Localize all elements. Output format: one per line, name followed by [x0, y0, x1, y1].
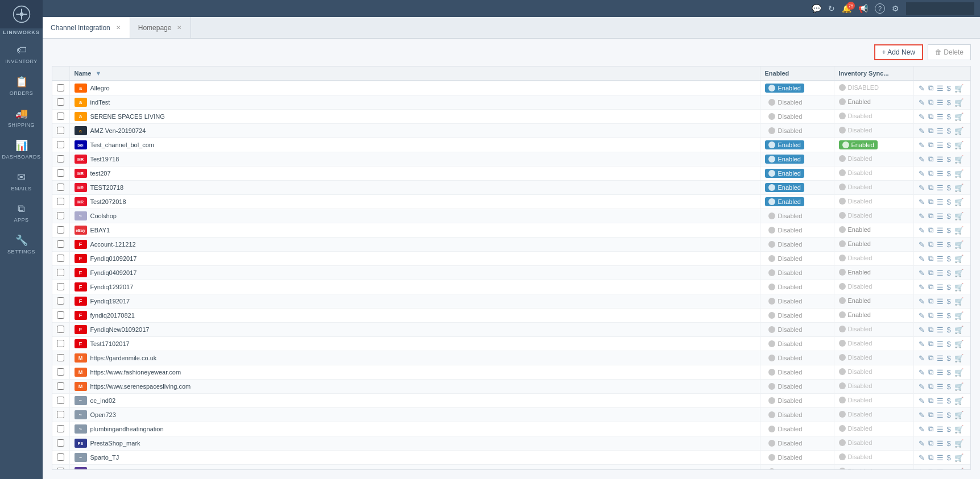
edit-icon[interactable]: ✎	[919, 382, 925, 391]
row-checkbox[interactable]	[57, 113, 64, 120]
status-badge[interactable]: Disabled	[765, 226, 806, 235]
status-badge[interactable]: Disabled	[765, 112, 806, 121]
pricing-icon[interactable]: $	[947, 240, 951, 249]
orders-icon[interactable]: 🛒	[954, 425, 964, 434]
pricing-icon[interactable]: $	[947, 453, 951, 462]
orders-icon[interactable]: 🛒	[954, 368, 964, 377]
inv-sync-badge[interactable]: Disabled	[839, 113, 873, 119]
sidebar-item-inventory[interactable]: 🏷 INVENTORY	[0, 39, 43, 70]
status-badge[interactable]: Disabled	[765, 311, 806, 320]
list-icon[interactable]: ☰	[937, 155, 944, 164]
pricing-icon[interactable]: $	[947, 340, 951, 348]
orders-icon[interactable]: 🛒	[954, 453, 964, 462]
row-checkbox[interactable]	[57, 311, 64, 319]
notification-icon[interactable]: 🔔 75	[842, 4, 851, 13]
copy-icon[interactable]: ⧉	[928, 282, 933, 291]
orders-icon[interactable]: 🛒	[954, 326, 964, 334]
orders-icon[interactable]: 🛒	[954, 212, 964, 220]
pricing-icon[interactable]: $	[947, 226, 951, 235]
list-icon[interactable]: ☰	[937, 297, 944, 306]
status-badge[interactable]: Disabled	[765, 282, 806, 291]
inv-sync-badge[interactable]: Enabled	[839, 297, 871, 304]
status-badge[interactable]: Disabled	[765, 353, 806, 363]
list-icon[interactable]: ☰	[937, 212, 944, 220]
pricing-icon[interactable]: $	[947, 326, 951, 334]
orders-icon[interactable]: 🛒	[954, 169, 964, 178]
inv-sync-badge[interactable]: Enabled	[839, 269, 871, 276]
status-badge[interactable]: Disabled	[765, 126, 806, 135]
status-badge[interactable]: Disabled	[765, 268, 806, 277]
copy-icon[interactable]: ⧉	[928, 268, 933, 277]
sidebar-item-orders[interactable]: 📋 ORDERS	[0, 70, 43, 102]
edit-icon[interactable]: ✎	[919, 354, 925, 363]
copy-icon[interactable]: ⧉	[928, 382, 933, 391]
row-checkbox[interactable]	[57, 297, 64, 305]
row-checkbox[interactable]	[57, 326, 64, 333]
status-badge[interactable]: Disabled	[765, 453, 806, 462]
edit-icon[interactable]: ✎	[919, 113, 925, 121]
inv-sync-badge[interactable]: Enabled	[839, 226, 871, 233]
row-checkbox[interactable]	[57, 141, 64, 148]
row-checkbox[interactable]	[57, 283, 64, 290]
status-badge[interactable]: Enabled	[765, 183, 804, 192]
copy-icon[interactable]: ⧉	[928, 240, 933, 249]
pricing-icon[interactable]: $	[947, 397, 951, 405]
copy-icon[interactable]: ⧉	[928, 453, 933, 462]
orders-icon[interactable]: 🛒	[954, 127, 964, 135]
edit-icon[interactable]: ✎	[919, 468, 925, 470]
edit-icon[interactable]: ✎	[919, 411, 925, 419]
orders-icon[interactable]: 🛒	[954, 468, 964, 470]
status-badge[interactable]: Disabled	[765, 339, 806, 348]
inv-sync-badge[interactable]: Disabled	[839, 354, 873, 361]
pricing-icon[interactable]: $	[947, 98, 951, 107]
orders-icon[interactable]: 🛒	[954, 397, 964, 405]
list-icon[interactable]: ☰	[937, 311, 944, 320]
inv-sync-badge[interactable]: Disabled	[839, 326, 873, 332]
edit-icon[interactable]: ✎	[919, 141, 925, 149]
status-badge[interactable]: Disabled	[765, 325, 806, 334]
chat-icon[interactable]: 💬	[812, 4, 821, 13]
row-checkbox[interactable]	[57, 354, 64, 361]
copy-icon[interactable]: ⧉	[928, 254, 933, 263]
edit-icon[interactable]: ✎	[919, 84, 925, 93]
orders-icon[interactable]: 🛒	[954, 184, 964, 192]
list-icon[interactable]: ☰	[937, 453, 944, 462]
copy-icon[interactable]: ⧉	[928, 368, 933, 377]
list-icon[interactable]: ☰	[937, 411, 944, 419]
pricing-icon[interactable]: $	[947, 169, 951, 178]
row-checkbox[interactable]	[57, 255, 64, 262]
inv-sync-badge[interactable]: Disabled	[839, 468, 873, 470]
edit-icon[interactable]: ✎	[919, 98, 925, 107]
tab-homepage-close[interactable]: ✕	[176, 24, 183, 31]
edit-icon[interactable]: ✎	[919, 311, 925, 320]
pricing-icon[interactable]: $	[947, 439, 951, 448]
status-badge[interactable]: Enabled	[765, 169, 804, 178]
edit-icon[interactable]: ✎	[919, 340, 925, 348]
pricing-icon[interactable]: $	[947, 155, 951, 164]
edit-icon[interactable]: ✎	[919, 269, 925, 277]
orders-icon[interactable]: 🛒	[954, 283, 964, 291]
list-icon[interactable]: ☰	[937, 269, 944, 277]
inv-sync-badge[interactable]: Disabled	[839, 283, 873, 290]
pricing-icon[interactable]: $	[947, 468, 951, 470]
edit-icon[interactable]: ✎	[919, 240, 925, 249]
copy-icon[interactable]: ⧉	[928, 339, 933, 348]
orders-icon[interactable]: 🛒	[954, 269, 964, 277]
inv-sync-badge[interactable]: Disabled	[839, 198, 873, 205]
status-badge[interactable]: Disabled	[765, 297, 806, 306]
edit-icon[interactable]: ✎	[919, 255, 925, 263]
edit-icon[interactable]: ✎	[919, 326, 925, 334]
copy-icon[interactable]: ⧉	[928, 140, 933, 149]
list-icon[interactable]: ☰	[937, 198, 944, 206]
edit-icon[interactable]: ✎	[919, 397, 925, 405]
pricing-icon[interactable]: $	[947, 212, 951, 220]
sidebar-logo[interactable]	[0, 0, 43, 28]
orders-icon[interactable]: 🛒	[954, 439, 964, 448]
copy-icon[interactable]: ⧉	[928, 112, 933, 121]
orders-icon[interactable]: 🛒	[954, 240, 964, 249]
list-icon[interactable]: ☰	[937, 340, 944, 348]
edit-icon[interactable]: ✎	[919, 425, 925, 434]
status-badge[interactable]: Disabled	[765, 368, 806, 377]
pricing-icon[interactable]: $	[947, 127, 951, 135]
row-checkbox[interactable]	[57, 382, 64, 390]
